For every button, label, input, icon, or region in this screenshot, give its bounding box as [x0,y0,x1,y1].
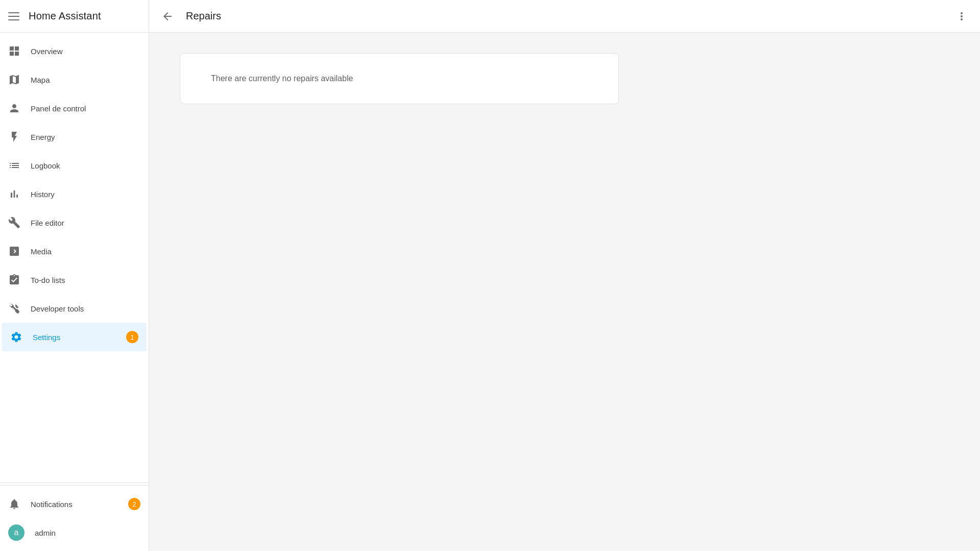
map-icon [8,74,20,86]
sidebar-item-todo-lists[interactable]: To-do lists [0,266,149,294]
no-repairs-card: There are currently no repairs available [180,53,619,104]
content-area: There are currently no repairs available [149,33,980,551]
sidebar-bottom: Notifications 2 a admin [0,485,149,551]
sidebar: Home Assistant Overview Mapa Panel de co… [0,0,149,551]
sidebar-user-label: admin [35,529,140,537]
no-repairs-text: There are currently no repairs available [211,74,353,83]
sidebar-item-energy[interactable]: Energy [0,123,149,151]
more-options-button[interactable] [951,6,972,27]
sidebar-item-label: File editor [31,219,140,227]
sidebar-item-history[interactable]: History [0,180,149,208]
play-icon [8,245,20,257]
app-title: Home Assistant [29,10,101,22]
sidebar-item-label: Notifications [31,500,118,509]
sidebar-divider [0,483,149,483]
sidebar-item-label: Energy [31,133,140,141]
sidebar-item-label: Media [31,247,140,256]
sidebar-item-label: Mapa [31,76,140,84]
avatar: a [8,524,25,541]
main-content: Repairs There are currently no repairs a… [149,0,980,551]
sidebar-item-mapa[interactable]: Mapa [0,65,149,94]
bolt-icon [8,131,20,143]
settings-badge: 1 [126,331,138,343]
notifications-badge: 2 [128,498,140,510]
gear-icon [10,331,22,343]
sidebar-header: Home Assistant [0,0,149,33]
topbar: Repairs [149,0,980,33]
hammer-icon [8,302,20,315]
todo-icon [8,274,20,286]
sidebar-item-file-editor[interactable]: File editor [0,208,149,237]
sidebar-item-panel-de-control[interactable]: Panel de control [0,94,149,123]
sidebar-item-label: Panel de control [31,104,140,113]
sidebar-item-logbook[interactable]: Logbook [0,151,149,180]
back-button[interactable] [157,6,178,27]
sidebar-item-overview[interactable]: Overview [0,37,149,65]
page-title: Repairs [186,10,943,22]
sidebar-item-label: Settings [33,333,116,342]
sidebar-item-media[interactable]: Media [0,237,149,266]
grid-icon [8,45,20,57]
bar-chart-icon [8,188,20,200]
wrench-icon [8,217,20,229]
sidebar-item-label: Developer tools [31,304,140,313]
sidebar-item-notifications[interactable]: Notifications 2 [0,490,149,518]
bell-icon [8,498,20,510]
sidebar-item-label: Logbook [31,161,140,170]
person-icon [8,102,20,114]
sidebar-item-admin[interactable]: a admin [0,518,149,547]
sidebar-item-settings[interactable]: Settings 1 [2,323,147,351]
sidebar-item-label: History [31,190,140,199]
sidebar-item-developer-tools[interactable]: Developer tools [0,294,149,323]
sidebar-item-label: Overview [31,47,140,56]
hamburger-menu-icon[interactable] [8,10,20,22]
sidebar-item-label: To-do lists [31,276,140,284]
list-icon [8,159,20,172]
sidebar-nav: Overview Mapa Panel de control Energy [0,33,149,481]
